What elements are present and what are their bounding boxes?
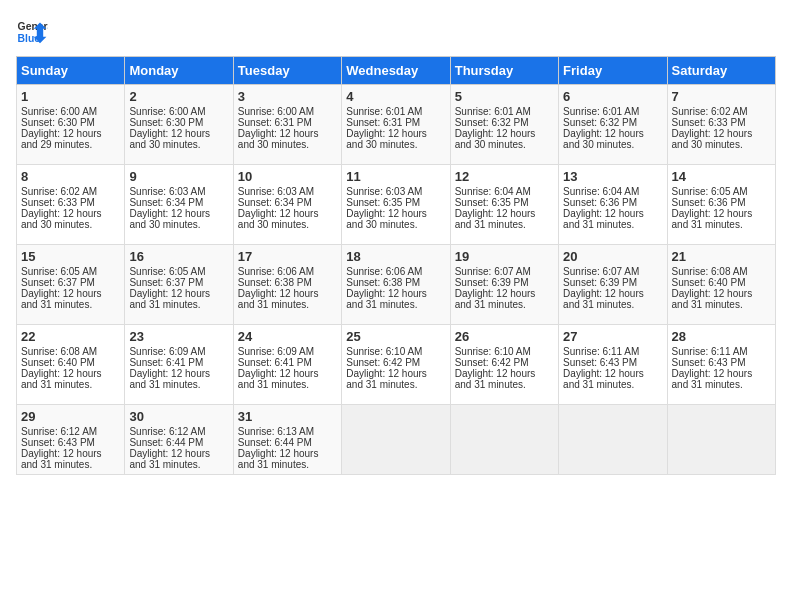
daylight-label: Daylight: 12 hours and 31 minutes. bbox=[346, 368, 445, 390]
daylight-label: Daylight: 12 hours and 31 minutes. bbox=[129, 448, 228, 470]
header-tuesday: Tuesday bbox=[233, 57, 341, 85]
calendar-cell: 14Sunrise: 6:05 AMSunset: 6:36 PMDayligh… bbox=[667, 165, 775, 245]
sunset-line: Sunset: 6:43 PM bbox=[21, 437, 120, 448]
sunrise-line: Sunrise: 6:09 AM bbox=[129, 346, 228, 357]
sunrise-line: Sunrise: 6:06 AM bbox=[238, 266, 337, 277]
sunrise-line: Sunrise: 6:11 AM bbox=[563, 346, 662, 357]
sunrise-line: Sunrise: 6:08 AM bbox=[21, 346, 120, 357]
calendar-cell: 11Sunrise: 6:03 AMSunset: 6:35 PMDayligh… bbox=[342, 165, 450, 245]
sunrise-line: Sunrise: 6:04 AM bbox=[455, 186, 554, 197]
sunrise-line: Sunrise: 6:03 AM bbox=[346, 186, 445, 197]
calendar-cell: 4Sunrise: 6:01 AMSunset: 6:31 PMDaylight… bbox=[342, 85, 450, 165]
day-number: 9 bbox=[129, 169, 228, 184]
day-number: 31 bbox=[238, 409, 337, 424]
calendar-cell bbox=[342, 405, 450, 475]
sunset-line: Sunset: 6:37 PM bbox=[129, 277, 228, 288]
sunset-line: Sunset: 6:43 PM bbox=[563, 357, 662, 368]
calendar-cell: 1Sunrise: 6:00 AMSunset: 6:30 PMDaylight… bbox=[17, 85, 125, 165]
day-number: 21 bbox=[672, 249, 771, 264]
sunset-line: Sunset: 6:41 PM bbox=[238, 357, 337, 368]
daylight-label: Daylight: 12 hours and 31 minutes. bbox=[672, 288, 771, 310]
sunrise-line: Sunrise: 6:10 AM bbox=[346, 346, 445, 357]
calendar-cell: 10Sunrise: 6:03 AMSunset: 6:34 PMDayligh… bbox=[233, 165, 341, 245]
week-row-4: 22Sunrise: 6:08 AMSunset: 6:40 PMDayligh… bbox=[17, 325, 776, 405]
sunset-line: Sunset: 6:31 PM bbox=[346, 117, 445, 128]
header-saturday: Saturday bbox=[667, 57, 775, 85]
daylight-label: Daylight: 12 hours and 31 minutes. bbox=[455, 208, 554, 230]
daylight-label: Daylight: 12 hours and 31 minutes. bbox=[21, 368, 120, 390]
day-number: 15 bbox=[21, 249, 120, 264]
sunset-line: Sunset: 6:36 PM bbox=[672, 197, 771, 208]
day-number: 7 bbox=[672, 89, 771, 104]
sunset-line: Sunset: 6:40 PM bbox=[672, 277, 771, 288]
sunset-line: Sunset: 6:35 PM bbox=[346, 197, 445, 208]
header-wednesday: Wednesday bbox=[342, 57, 450, 85]
day-number: 2 bbox=[129, 89, 228, 104]
calendar-cell: 5Sunrise: 6:01 AMSunset: 6:32 PMDaylight… bbox=[450, 85, 558, 165]
calendar-cell: 7Sunrise: 6:02 AMSunset: 6:33 PMDaylight… bbox=[667, 85, 775, 165]
daylight-label: Daylight: 12 hours and 31 minutes. bbox=[238, 288, 337, 310]
daylight-label: Daylight: 12 hours and 31 minutes. bbox=[346, 288, 445, 310]
calendar-cell: 20Sunrise: 6:07 AMSunset: 6:39 PMDayligh… bbox=[559, 245, 667, 325]
daylight-label: Daylight: 12 hours and 31 minutes. bbox=[563, 288, 662, 310]
day-number: 14 bbox=[672, 169, 771, 184]
daylight-label: Daylight: 12 hours and 30 minutes. bbox=[346, 208, 445, 230]
day-number: 11 bbox=[346, 169, 445, 184]
sunrise-line: Sunrise: 6:09 AM bbox=[238, 346, 337, 357]
daylight-label: Daylight: 12 hours and 31 minutes. bbox=[238, 448, 337, 470]
daylight-label: Daylight: 12 hours and 31 minutes. bbox=[563, 208, 662, 230]
calendar-cell: 21Sunrise: 6:08 AMSunset: 6:40 PMDayligh… bbox=[667, 245, 775, 325]
sunrise-line: Sunrise: 6:02 AM bbox=[672, 106, 771, 117]
sunset-line: Sunset: 6:42 PM bbox=[346, 357, 445, 368]
day-number: 4 bbox=[346, 89, 445, 104]
day-number: 29 bbox=[21, 409, 120, 424]
sunrise-line: Sunrise: 6:11 AM bbox=[672, 346, 771, 357]
calendar-cell: 28Sunrise: 6:11 AMSunset: 6:43 PMDayligh… bbox=[667, 325, 775, 405]
calendar-cell: 3Sunrise: 6:00 AMSunset: 6:31 PMDaylight… bbox=[233, 85, 341, 165]
sunset-line: Sunset: 6:44 PM bbox=[129, 437, 228, 448]
sunset-line: Sunset: 6:32 PM bbox=[563, 117, 662, 128]
day-number: 10 bbox=[238, 169, 337, 184]
sunrise-line: Sunrise: 6:12 AM bbox=[21, 426, 120, 437]
day-number: 17 bbox=[238, 249, 337, 264]
sunrise-line: Sunrise: 6:10 AM bbox=[455, 346, 554, 357]
day-number: 3 bbox=[238, 89, 337, 104]
daylight-label: Daylight: 12 hours and 31 minutes. bbox=[455, 368, 554, 390]
sunset-line: Sunset: 6:32 PM bbox=[455, 117, 554, 128]
daylight-label: Daylight: 12 hours and 30 minutes. bbox=[672, 128, 771, 150]
day-number: 5 bbox=[455, 89, 554, 104]
day-number: 18 bbox=[346, 249, 445, 264]
sunrise-line: Sunrise: 6:05 AM bbox=[129, 266, 228, 277]
daylight-label: Daylight: 12 hours and 30 minutes. bbox=[21, 208, 120, 230]
daylight-label: Daylight: 12 hours and 31 minutes. bbox=[21, 448, 120, 470]
sunrise-line: Sunrise: 6:05 AM bbox=[672, 186, 771, 197]
calendar-cell: 25Sunrise: 6:10 AMSunset: 6:42 PMDayligh… bbox=[342, 325, 450, 405]
day-number: 22 bbox=[21, 329, 120, 344]
sunset-line: Sunset: 6:33 PM bbox=[21, 197, 120, 208]
sunset-line: Sunset: 6:44 PM bbox=[238, 437, 337, 448]
day-number: 30 bbox=[129, 409, 228, 424]
daylight-label: Daylight: 12 hours and 30 minutes. bbox=[238, 128, 337, 150]
sunset-line: Sunset: 6:38 PM bbox=[346, 277, 445, 288]
logo: General Blue bbox=[16, 16, 48, 48]
sunset-line: Sunset: 6:33 PM bbox=[672, 117, 771, 128]
sunrise-line: Sunrise: 6:07 AM bbox=[563, 266, 662, 277]
sunrise-line: Sunrise: 6:03 AM bbox=[238, 186, 337, 197]
daylight-label: Daylight: 12 hours and 30 minutes. bbox=[346, 128, 445, 150]
calendar-cell: 17Sunrise: 6:06 AMSunset: 6:38 PMDayligh… bbox=[233, 245, 341, 325]
calendar-cell: 8Sunrise: 6:02 AMSunset: 6:33 PMDaylight… bbox=[17, 165, 125, 245]
day-number: 13 bbox=[563, 169, 662, 184]
calendar-cell: 29Sunrise: 6:12 AMSunset: 6:43 PMDayligh… bbox=[17, 405, 125, 475]
header-sunday: Sunday bbox=[17, 57, 125, 85]
daylight-label: Daylight: 12 hours and 31 minutes. bbox=[672, 208, 771, 230]
calendar-cell: 16Sunrise: 6:05 AMSunset: 6:37 PMDayligh… bbox=[125, 245, 233, 325]
sunrise-line: Sunrise: 6:01 AM bbox=[563, 106, 662, 117]
daylight-label: Daylight: 12 hours and 31 minutes. bbox=[238, 368, 337, 390]
calendar-cell bbox=[667, 405, 775, 475]
day-number: 23 bbox=[129, 329, 228, 344]
sunset-line: Sunset: 6:34 PM bbox=[129, 197, 228, 208]
daylight-label: Daylight: 12 hours and 31 minutes. bbox=[129, 368, 228, 390]
sunset-line: Sunset: 6:34 PM bbox=[238, 197, 337, 208]
daylight-label: Daylight: 12 hours and 30 minutes. bbox=[563, 128, 662, 150]
day-number: 26 bbox=[455, 329, 554, 344]
